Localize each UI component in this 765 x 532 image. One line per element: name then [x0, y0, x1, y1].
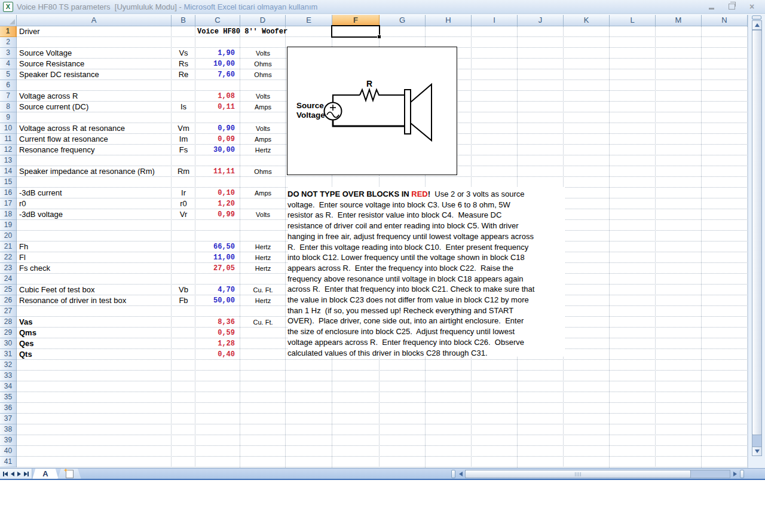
last-sheet-icon[interactable] [24, 471, 29, 477]
cell-A16[interactable]: -3dB current [17, 188, 172, 198]
cell-B14[interactable]: Rm [172, 166, 195, 177]
row-header-12[interactable]: 12 [0, 145, 17, 155]
cell-D11[interactable]: Amps [240, 134, 286, 145]
row-header-31[interactable]: 31 [0, 349, 17, 360]
first-sheet-icon[interactable] [3, 471, 8, 477]
cell-D16[interactable]: Amps [240, 188, 286, 198]
col-header-N[interactable]: N [702, 15, 748, 26]
col-header-K[interactable]: K [564, 15, 610, 26]
vertical-scroll-thumb[interactable] [752, 30, 762, 435]
row-header-11[interactable]: 11 [0, 134, 17, 145]
horizontal-scroll-thumb[interactable] [465, 470, 691, 478]
row-header-27[interactable]: 27 [0, 306, 17, 317]
select-all-corner[interactable] [0, 15, 17, 26]
cell-A11[interactable]: Current flow at resonance [17, 134, 172, 145]
cell-A28[interactable]: Vas [17, 317, 172, 328]
cell-A26[interactable]: Resonance of driver in test box [17, 295, 172, 306]
cell-A30[interactable]: Qes [17, 338, 172, 349]
col-header-M[interactable]: M [656, 15, 702, 26]
cell-B8[interactable]: Is [172, 102, 195, 112]
row-header-1[interactable]: 1 [0, 26, 17, 37]
cell-A17[interactable]: r0 [17, 198, 172, 209]
row-header-21[interactable]: 21 [0, 241, 17, 252]
row-header-29[interactable]: 29 [0, 328, 17, 338]
cell-C3[interactable]: 1,90 [195, 48, 240, 59]
cell-D10[interactable]: Volts [240, 123, 286, 134]
col-header-H[interactable]: H [426, 15, 472, 26]
cell-C11[interactable]: 0,09 [195, 134, 240, 145]
row-header-28[interactable]: 28 [0, 317, 17, 328]
cell-B17[interactable]: r0 [172, 198, 195, 209]
previous-sheet-icon[interactable] [11, 471, 14, 477]
cell-C14[interactable]: 11,11 [195, 166, 240, 177]
cell-C16[interactable]: 0,10 [195, 188, 240, 198]
cell-A23[interactable]: Fs check [17, 263, 172, 274]
cell-D8[interactable]: Amps [240, 102, 286, 112]
cell-D3[interactable]: Volts [240, 48, 286, 59]
col-header-A[interactable]: A [17, 15, 172, 26]
cell-A12[interactable]: Resonance frequency [17, 145, 172, 155]
row-header-32[interactable]: 32 [0, 360, 17, 371]
cell-C7[interactable]: 1,08 [195, 91, 240, 102]
row-header-23[interactable]: 23 [0, 263, 17, 274]
cell-C22[interactable]: 11,00 [195, 252, 240, 263]
cell-C25[interactable]: 4,70 [195, 285, 240, 295]
cell-A5[interactable]: Speaker DC resistance [17, 69, 172, 80]
cell-A25[interactable]: Cubic Feet of test box [17, 285, 172, 295]
cell-B10[interactable]: Vm [172, 123, 195, 134]
cell-B18[interactable]: Vr [172, 209, 195, 220]
row-header-39[interactable]: 39 [0, 435, 17, 446]
col-header-C[interactable]: C [195, 15, 240, 26]
row-header-19[interactable]: 19 [0, 220, 17, 231]
cell-A3[interactable]: Source Voltage [17, 48, 172, 59]
cell-A14[interactable]: Speaker impedance at resonance (Rm) [17, 166, 172, 177]
cell-B12[interactable]: Fs [172, 145, 195, 155]
row-header-30[interactable]: 30 [0, 338, 17, 349]
row-header-37[interactable]: 37 [0, 414, 17, 424]
cell-C23[interactable]: 27,05 [195, 263, 240, 274]
row-header-10[interactable]: 10 [0, 123, 17, 134]
row-header-17[interactable]: 17 [0, 198, 17, 209]
selected-cell-F1[interactable] [331, 25, 380, 38]
cell-C28[interactable]: 8,36 [195, 317, 240, 328]
col-header-I[interactable]: I [472, 15, 518, 26]
cell-B16[interactable]: Ir [172, 188, 195, 198]
cell-B4[interactable]: Rs [172, 59, 195, 69]
horizontal-split-handle-right[interactable] [740, 470, 744, 478]
scroll-up-button[interactable] [752, 20, 762, 30]
row-header-41[interactable]: 41 [0, 457, 17, 467]
row-header-9[interactable]: 9 [0, 112, 17, 123]
cell-A1[interactable]: Driver [17, 26, 172, 37]
cell-C30[interactable]: 1,28 [195, 338, 240, 349]
row-header-20[interactable]: 20 [0, 231, 17, 241]
cell-A29[interactable]: Qms [17, 328, 172, 338]
cell-C12[interactable]: 30,00 [195, 145, 240, 155]
fill-handle[interactable] [377, 35, 381, 39]
cell-D7[interactable]: Volts [240, 91, 286, 102]
cell-B5[interactable]: Re [172, 69, 195, 80]
cell-A10[interactable]: Voltage across R at resonance [17, 123, 172, 134]
row-header-14[interactable]: 14 [0, 166, 17, 177]
cell-A21[interactable]: Fh [17, 241, 172, 252]
col-header-D[interactable]: D [240, 15, 286, 26]
col-header-J[interactable]: J [518, 15, 564, 26]
cell-A7[interactable]: Voltage across R [17, 91, 172, 102]
cell-D25[interactable]: Cu. Ft. [240, 285, 286, 295]
cell-A31[interactable]: Qts [17, 349, 172, 360]
cell-A18[interactable]: -3dB voltage [17, 209, 172, 220]
cell-D4[interactable]: Ohms [240, 59, 286, 69]
scroll-left-button[interactable] [456, 470, 465, 478]
circuit-diagram-picture[interactable]: R Source Voltage [287, 47, 457, 175]
restore-icon[interactable] [727, 2, 736, 11]
row-header-4[interactable]: 4 [0, 59, 17, 69]
cell-D12[interactable]: Hertz [240, 145, 286, 155]
row-header-16[interactable]: 16 [0, 188, 17, 198]
cell-C10[interactable]: 0,90 [195, 123, 240, 134]
instructions-text-block[interactable]: DO NOT TYPE OVER BLOCKS IN RED! Use 2 or… [287, 187, 565, 357]
cell-B3[interactable]: Vs [172, 48, 195, 59]
cell-C18[interactable]: 0,99 [195, 209, 240, 220]
row-header-13[interactable]: 13 [0, 155, 17, 166]
cell-C31[interactable]: 0,40 [195, 349, 240, 360]
cell-A8[interactable]: Source current (DC) [17, 102, 172, 112]
row-header-15[interactable]: 15 [0, 177, 17, 188]
